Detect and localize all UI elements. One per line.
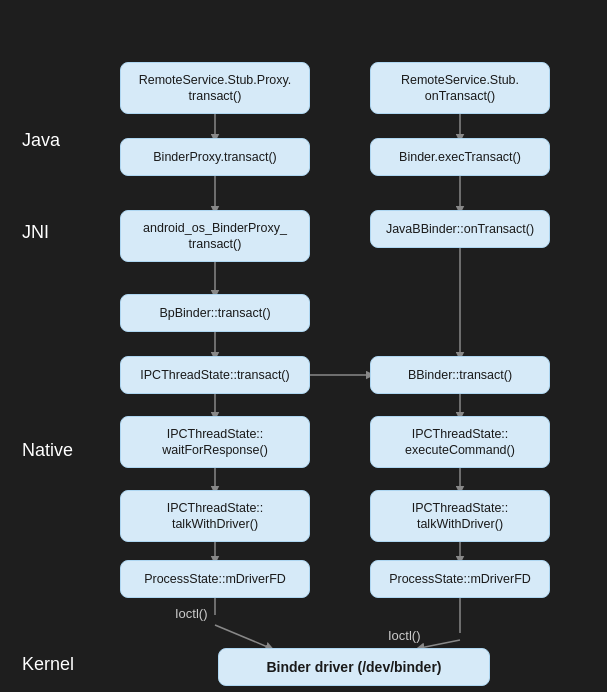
box-ipc-thread-state-talk-with-driver-right: IPCThreadState::talkWithDriver() [370,490,550,542]
box-bbinder-transact: BBinder::transact() [370,356,550,394]
ioctl-label-left: Ioctl() [175,606,208,621]
box-bp-binder-transact: BpBinder::transact() [120,294,310,332]
java-label: Java [22,130,60,151]
svg-line-8 [215,625,270,648]
native-label: Native [22,440,73,461]
box-binder-exec-transact: Binder.execTransact() [370,138,550,176]
box-binder-driver: Binder driver (/dev/binder) [218,648,490,686]
box-ipc-thread-state-wait-for-response: IPCThreadState::waitForResponse() [120,416,310,468]
box-binder-proxy-transact: BinderProxy.transact() [120,138,310,176]
binder-diagram: Java JNI Native Kernel RemoteService.Stu… [0,0,607,692]
box-java-bbinder-ontransact: JavaBBinder::onTransact() [370,210,550,248]
box-remote-service-stub-ontransact: RemoteService.Stub.onTransact() [370,62,550,114]
ioctl-label-right: Ioctl() [388,628,421,643]
box-ipc-thread-state-execute-command: IPCThreadState::executeCommand() [370,416,550,468]
box-process-state-m-driver-fd-left: ProcessState::mDriverFD [120,560,310,598]
box-android-os-binder-proxy-transact: android_os_BinderProxy_transact() [120,210,310,262]
box-remote-service-stub-proxy-transact: RemoteService.Stub.Proxy.transact() [120,62,310,114]
kernel-label: Kernel [22,654,74,675]
jni-label: JNI [22,222,49,243]
svg-line-10 [420,640,460,648]
box-ipc-thread-state-transact: IPCThreadState::transact() [120,356,310,394]
box-process-state-m-driver-fd-right: ProcessState::mDriverFD [370,560,550,598]
box-ipc-thread-state-talk-with-driver-left: IPCThreadState::talkWithDriver() [120,490,310,542]
